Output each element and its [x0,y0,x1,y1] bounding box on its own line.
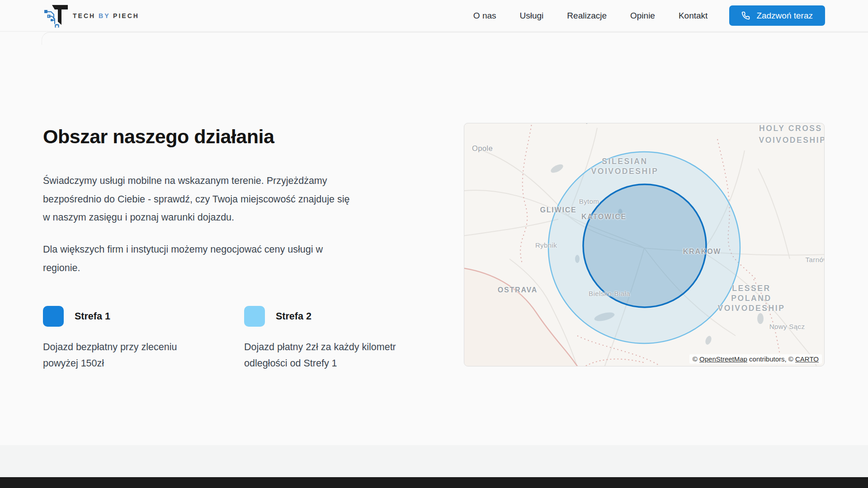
section-card-edge [42,32,868,45]
map-label: GLIWICE [540,206,576,214]
openstreetmap-link[interactable]: OpenStreetMap [699,355,747,363]
zone1-color-swatch [43,306,64,327]
map-label: OSTRAVA [498,286,538,294]
tech-by-piech-logo-icon [43,4,68,28]
carto-link[interactable]: CARTO [795,355,819,363]
main-nav: O nas Usługi Realizacje Opinie Kontakt [473,11,708,21]
header: TECH BY PIECH O nas Usługi Realizacje Op… [0,0,868,32]
zone1-legend: Strefa 1 [43,306,110,327]
map-attribution: © OpenStreetMap contributors, © CARTO [689,354,822,364]
call-now-button[interactable]: Zadzwoń teraz [729,5,825,26]
intro-paragraph: Świadczymy usługi mobilne na wskazanym t… [43,172,349,227]
logo-text: TECH BY PIECH [73,12,139,19]
attribution-copyright: © [693,355,699,363]
map-label: HOLY CROSS [759,124,822,133]
logo[interactable]: TECH BY PIECH [43,4,139,28]
map-label: Opole [472,144,493,153]
map-label: KATOWICE [581,213,627,221]
zone2-name: Strefa 2 [276,311,311,322]
attribution-contributors: contributors, © [747,355,795,363]
nav-item-opinie[interactable]: Opinie [630,11,655,21]
map-label: Bytom [579,197,599,205]
map-label: Rybnik [535,241,557,249]
map-label: Nowy Sącz [769,323,805,330]
map-label: LESSER [732,284,771,293]
zone1-name: Strefa 1 [75,311,110,322]
nav-item-realizacje[interactable]: Realizacje [567,11,607,21]
zone2-legend: Strefa 2 [244,306,311,327]
footer-gray-band [0,445,868,477]
map-label: VOIVODESHIP [591,167,658,176]
map-labels: CzęstochowaOpoleSILESIANVOIVODESHIPHOLY … [464,123,825,366]
call-now-label: Zadzwoń teraz [756,11,813,21]
map-label: Tarnów [806,256,825,263]
phone-icon [741,11,750,20]
map-label: Bielsko-Biała [589,290,630,297]
map-label: Częstochowa [576,123,618,124]
nav-item-kontakt[interactable]: Kontakt [679,11,708,21]
nav-item-o-nas[interactable]: O nas [473,11,496,21]
negotiation-paragraph: Dla większych firm i instytucji możemy n… [43,240,323,277]
zone2-color-swatch [244,306,265,327]
map-label: POLAND [731,294,772,303]
zone1-description: Dojazd bezpłatny przy zleceniu powyżej 1… [43,339,177,371]
map-label: VOIVODESHIP [759,136,825,145]
map-label: VOIVODESHIP [717,304,785,313]
footer-dark-bar [0,477,868,488]
nav-item-uslugi[interactable]: Usługi [520,11,544,21]
map-label: SILESIAN [602,157,648,166]
zone2-description: Dojazd płatny 2zł za każdy kilometr odle… [244,339,396,371]
map-label: KRAKOW [683,248,722,256]
service-area-map[interactable]: CzęstochowaOpoleSILESIANVOIVODESHIPHOLY … [464,123,825,366]
page-title: Obszar naszego działania [43,126,274,148]
